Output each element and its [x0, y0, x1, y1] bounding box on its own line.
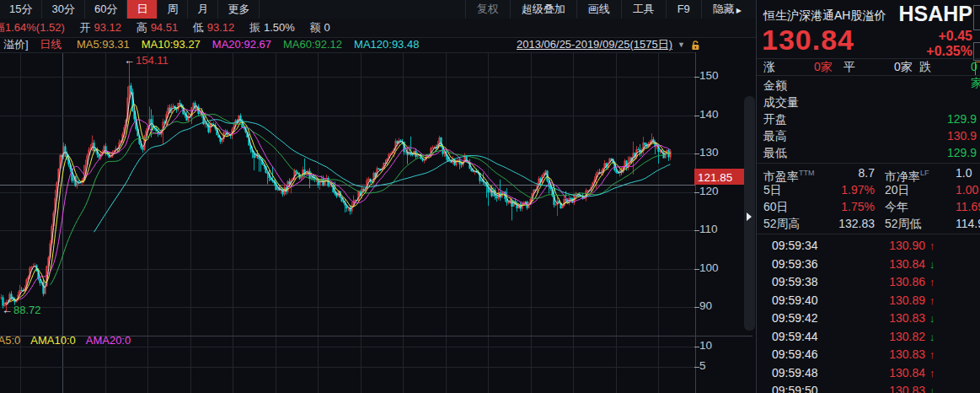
tab-15min[interactable]: 15分	[0, 0, 42, 19]
tab-day[interactable]: 日	[127, 0, 158, 19]
expand-right-icon[interactable]	[747, 213, 752, 221]
tick-row: 09:59:36130.84↓	[757, 256, 980, 274]
open-label: 开	[79, 21, 90, 34]
edge-button[interactable]	[973, 5, 980, 30]
stat-row: 开盘129.9	[757, 110, 980, 127]
advdec-value: 0家	[814, 59, 833, 75]
ma-label-1: MA10:93.27	[142, 38, 201, 51]
period-tab-group: 15分30分60分日周月更多	[0, 0, 260, 19]
up-arrow-icon: ↑	[929, 273, 935, 292]
date-range-text[interactable]: 2013/06/25-2019/09/25(1575日)	[517, 37, 672, 52]
panel-splitter[interactable]	[744, 96, 755, 331]
ratio-rows: 市盈率TTM8.7市净率LF1.05日1.97%20日1.0060日1.75%今…	[757, 164, 980, 232]
advdec-label: 涨	[763, 59, 775, 75]
ma-label-bar: 股溢价] 日线 MA5:93.31MA10:93.27MA20:92.67MA6…	[3, 38, 475, 51]
tick-row: 09:59:44130.82↓	[757, 328, 980, 347]
open-value: 93.12	[94, 21, 121, 34]
change-value: +0.45	[926, 29, 972, 44]
volume-axis-tick: 5	[699, 359, 747, 372]
down-arrow-icon: ↓	[929, 328, 935, 347]
menu-super-overlay[interactable]: 超级叠加	[510, 0, 576, 19]
period-label: 日线	[40, 38, 62, 51]
security-title: 恒生沪深港通AH股溢价	[763, 8, 886, 24]
price-change: +0.45 +0.35%	[926, 29, 972, 59]
stat-rows: 金额成交量开盘129.9最高130.9最低129.9	[757, 77, 980, 161]
ma-label-2: MA20:92.67	[212, 38, 271, 51]
low-annotation: ←88.72	[2, 304, 41, 316]
stat-row: 金额	[757, 77, 980, 94]
y-axis-tick: 130	[699, 146, 747, 159]
y-axis-tick: 150	[699, 69, 747, 82]
amount-label: 额	[309, 21, 320, 34]
ma-values: MA5:93.31MA10:93.27MA20:92.67MA60:92.12M…	[65, 38, 420, 51]
menu-tools[interactable]: 工具	[621, 0, 666, 19]
change-pct-value: 幅1.64%(1.52)	[0, 21, 65, 34]
y-axis-tick: 90	[699, 299, 747, 312]
high-annotation: ←154.11	[124, 54, 169, 67]
ratio-row: 52周高132.8352周低114.9	[757, 215, 980, 232]
trading-terminal: 121.85 15分30分60分日周月更多 复权超级叠加画线工具F9隐藏▶ 幅1…	[0, 0, 980, 393]
y-axis-tick: 140	[699, 108, 747, 121]
down-arrow-icon: ↓	[929, 256, 935, 274]
ma-label-3: MA60:92.12	[283, 38, 342, 51]
tick-list: 09:59:34130.90↑09:59:36130.84↓09:59:3813…	[757, 237, 980, 393]
menu-hide[interactable]: 隐藏▶	[701, 0, 752, 19]
tab-week[interactable]: 周	[158, 0, 188, 19]
stat-row: 最低129.9	[757, 144, 980, 161]
chevron-down-icon[interactable]: ▼	[677, 40, 685, 49]
lock-icon[interactable]	[690, 40, 701, 51]
down-arrow-icon: ↓	[929, 382, 935, 393]
tick-row: 09:59:46130.83↑	[757, 346, 980, 364]
security-code: HSAHP	[898, 2, 972, 26]
volume-axis-tick: 10	[699, 339, 747, 352]
stat-row: 最高130.9	[757, 127, 980, 144]
tick-row: 09:59:42130.83↓	[757, 310, 980, 328]
tab-more[interactable]: 更多	[218, 0, 260, 19]
tick-row: 09:59:38130.86↑	[757, 273, 980, 292]
tick-row: 09:59:34130.90↑	[757, 237, 980, 256]
volume-ma-label-1: AMA10:0	[30, 334, 75, 347]
amount-value: 0	[324, 21, 329, 34]
info-bar: 幅1.64%(1.52) 开93.12 高94.51 低93.12 振1.50%…	[0, 19, 756, 38]
left-arrow-icon: ←	[124, 54, 135, 67]
amplitude-label: 振	[249, 21, 260, 34]
toolbar: 15分30分60分日周月更多 复权超级叠加画线工具F9隐藏▶	[0, 0, 756, 19]
advdec-label: 平	[843, 59, 855, 75]
low-label: 低	[193, 21, 204, 34]
tick-row: 09:59:50130.83↓	[757, 382, 980, 393]
volume-ma-label-2: AMA20:0	[86, 334, 131, 347]
y-axis-tick: 100	[699, 261, 747, 274]
tick-row: 09:59:48130.84↑	[757, 364, 980, 383]
up-arrow-icon: ↑	[929, 364, 935, 383]
toolbar-menu: 复权超级叠加画线工具F9隐藏▶	[465, 0, 752, 19]
quote-panel: 恒生沪深港通AH股溢价 HSAHP 130.84 +0.45 +0.35% 涨0…	[756, 0, 980, 393]
up-arrow-icon: ↑	[929, 346, 935, 364]
tab-30min[interactable]: 30分	[42, 0, 84, 19]
ratio-row: 市盈率TTM8.7市净率LF1.0	[757, 164, 980, 181]
up-arrow-icon: ↑	[929, 292, 935, 310]
y-axis-tick: 110	[699, 223, 747, 235]
y-axis-tick: 120	[699, 185, 747, 197]
volume-ma-labels: AMA5:0AMA10:0AMA20:0	[3, 334, 141, 347]
ma-label-0: MA5:93.31	[77, 38, 130, 51]
svg-text:121.85: 121.85	[698, 171, 732, 184]
volume-ma-label-0: AMA5:0	[0, 334, 20, 347]
tab-60min[interactable]: 60分	[85, 0, 127, 19]
tab-month[interactable]: 月	[188, 0, 218, 19]
ratio-row: 60日1.75%今年11.69	[757, 198, 980, 215]
menu-draw-line[interactable]: 画线	[576, 0, 621, 19]
last-price: 130.84	[762, 24, 854, 57]
menu-f9[interactable]: F9	[666, 0, 701, 19]
menu-adjust[interactable]: 复权	[465, 0, 510, 19]
left-arrow-icon: ←	[2, 304, 13, 316]
security-name-fragment: 股溢价]	[3, 38, 29, 51]
date-range-control[interactable]: 2013/06/25-2019/09/25(1575日) ▼	[438, 38, 701, 51]
high-label: 高	[137, 21, 147, 34]
advdec-value: 0家	[894, 59, 913, 75]
ratio-row: 5日1.97%20日1.00	[757, 181, 980, 198]
down-arrow-icon: ↓	[929, 310, 935, 328]
tick-row: 09:59:40130.89↑	[757, 292, 980, 310]
low-value: 93.12	[207, 21, 235, 34]
stat-row: 成交量	[757, 94, 980, 110]
arrow-right-icon: ▶	[736, 7, 742, 14]
